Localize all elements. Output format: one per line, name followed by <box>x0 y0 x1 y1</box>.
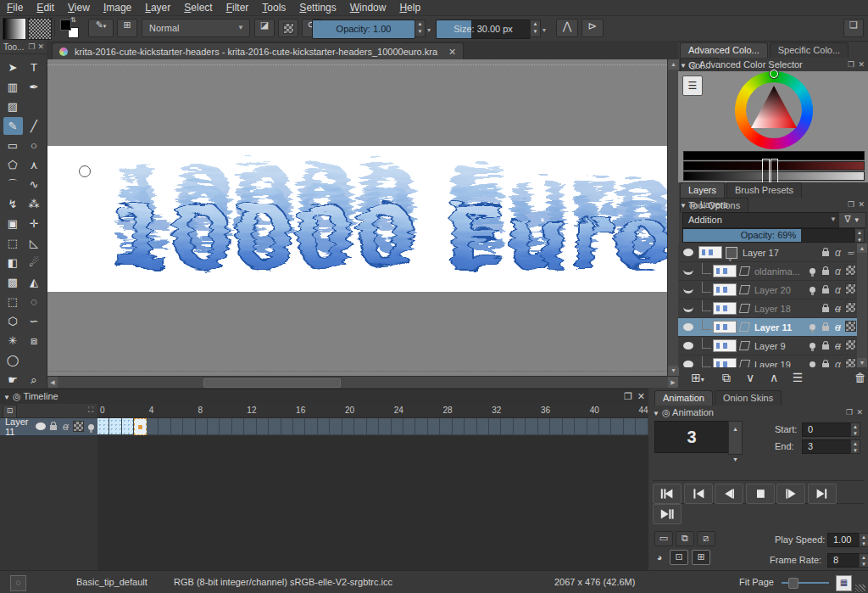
start-frame-input[interactable]: 0 <box>802 422 853 437</box>
timeline-frame[interactable] <box>477 418 489 435</box>
onion-skin-icon[interactable] <box>806 360 819 367</box>
scroll-up-icon[interactable]: ▲ <box>857 243 867 253</box>
timeline-frame[interactable] <box>354 418 366 435</box>
close-icon[interactable]: ✕ <box>37 41 44 53</box>
brush-preset-status-button[interactable]: ◌ <box>10 575 26 591</box>
timeline-frame[interactable] <box>415 418 427 435</box>
timeline-frame[interactable] <box>403 418 415 435</box>
color-selector-settings-button[interactable]: ☰ <box>682 76 703 96</box>
lock-icon[interactable] <box>819 304 832 314</box>
tab-layers[interactable]: Layers <box>680 182 725 198</box>
move-tool[interactable]: ✛ <box>25 215 44 232</box>
timeline-frame[interactable] <box>257 418 269 435</box>
tab-brush-presets[interactable]: Brush Presets <box>726 182 802 198</box>
frame-rate-spin[interactable]: ▲▼ <box>859 553 868 568</box>
timeline-frame[interactable] <box>599 418 611 435</box>
advanced-color-selector[interactable]: ☰ <box>678 71 868 182</box>
timeline-frame[interactable] <box>293 418 305 435</box>
timeline-frame[interactable] <box>269 418 281 435</box>
edit-shapes-tool[interactable]: ▥ <box>3 78 23 96</box>
freehand-path-tool[interactable]: ∿ <box>25 176 44 193</box>
assistant-tool[interactable]: ◭ <box>25 273 44 291</box>
layer-row[interactable]: Layer 17α≕ <box>678 243 857 262</box>
lock-icon[interactable] <box>819 285 832 295</box>
document-tab[interactable]: krita-2016-cute-kickstarter-headers - kr… <box>52 42 464 60</box>
gradient-swatch-button[interactable] <box>3 18 26 40</box>
next-keyframe-button[interactable] <box>808 484 837 504</box>
zoom-tool[interactable]: ⌕ <box>25 371 44 389</box>
timeline-frame[interactable] <box>550 418 562 435</box>
lock-icon[interactable] <box>819 341 832 351</box>
acs-float-icon[interactable]: ❐ <box>848 58 854 71</box>
onion-skin-icon[interactable] <box>806 266 819 276</box>
animation-float-icon[interactable]: ❐ <box>846 406 853 419</box>
alpha-lock-icon[interactable]: α <box>832 284 844 296</box>
scroll-right-icon[interactable]: ▶ <box>668 377 678 388</box>
size-spin-buttons[interactable]: ▲▼ <box>530 20 541 37</box>
current-frame-spinner[interactable]: 3 <box>654 421 729 453</box>
lock-icon[interactable] <box>819 322 832 333</box>
inherit-alpha-icon[interactable] <box>844 339 857 352</box>
timeline-frame[interactable] <box>428 418 440 435</box>
resize-grip[interactable] <box>855 585 865 592</box>
tab-animation[interactable]: Animation <box>654 390 713 406</box>
layer-visibility-toggle[interactable] <box>678 266 698 277</box>
timeline-frame[interactable] <box>330 418 342 435</box>
timeline-frame[interactable] <box>575 418 587 435</box>
menu-window[interactable]: Window <box>343 0 393 15</box>
scroll-down-icon[interactable]: ▼ <box>857 358 867 367</box>
float-icon[interactable]: ❐ <box>28 41 35 53</box>
opacity-options-caret[interactable]: ▾ <box>427 26 431 34</box>
timeline-frame[interactable] <box>440 418 452 435</box>
freehand-brush-tool[interactable]: ✎ <box>3 117 23 135</box>
menu-layer[interactable]: Layer <box>138 0 177 15</box>
alpha-lock-icon[interactable]: α <box>832 340 844 352</box>
select-shapes-tool[interactable]: ➤ <box>3 59 23 76</box>
menu-tools[interactable]: Tools <box>255 0 292 15</box>
pattern-swatch-button[interactable] <box>28 18 52 40</box>
canvas-horizontal-scrollbar[interactable]: ◀ ▶ <box>47 376 678 388</box>
menu-select[interactable]: Select <box>177 0 219 15</box>
pattern-edit-tool[interactable]: ▨ <box>3 98 23 115</box>
timeline-body[interactable] <box>97 436 648 571</box>
play-button[interactable] <box>776 484 805 504</box>
timeline-frame[interactable] <box>318 418 330 435</box>
timeline-frame[interactable] <box>281 418 293 435</box>
text-tool[interactable]: T <box>25 59 44 76</box>
previous-keyframe-button[interactable] <box>684 484 713 504</box>
layers-float-icon[interactable]: ❐ <box>848 198 854 211</box>
polygon-select-tool[interactable]: ⬡ <box>3 312 23 330</box>
eraser-mode-button[interactable]: ◪ <box>254 19 275 37</box>
timeline-ruler[interactable]: 048121620242832364044 <box>97 404 648 418</box>
outline-select-tool[interactable]: ◯ <box>3 351 23 369</box>
play-speed-spin[interactable]: ▲▼ <box>859 533 868 547</box>
rect-select-tool[interactable]: ⬚ <box>3 293 23 310</box>
timeline-frame[interactable] <box>367 418 379 435</box>
move-layer-down-button[interactable]: ∨ <box>741 369 760 386</box>
timeline-frame[interactable] <box>208 418 220 435</box>
animation-close-icon[interactable]: ✕ <box>856 406 863 419</box>
wrap-around-button[interactable]: ⊳ <box>581 19 604 37</box>
layer-row[interactable]: Layer 20α <box>678 281 857 299</box>
lock-icon[interactable] <box>819 266 832 277</box>
transform-tool[interactable]: ⬚ <box>3 234 23 252</box>
line-tool[interactable]: ╱ <box>25 117 44 135</box>
frame-rate-input[interactable]: 8 <box>827 553 861 568</box>
lock-icon[interactable] <box>819 360 832 368</box>
brush-editor-button[interactable]: ✎▾ <box>88 19 114 37</box>
collapse-icon[interactable]: ▼ <box>680 62 687 70</box>
play-speed-input[interactable]: 1.00 <box>827 533 861 547</box>
layer-visibility-toggle[interactable] <box>678 322 698 333</box>
fill-tool[interactable]: ◧ <box>3 254 23 271</box>
gradient-bar-handle[interactable] <box>762 159 770 183</box>
timeline-frame[interactable] <box>305 418 317 435</box>
empty-frame-icon-button[interactable]: ▭ <box>654 531 673 546</box>
gradient-bar-handle-2[interactable] <box>771 159 778 183</box>
pan-tool[interactable]: ☛ <box>3 371 23 389</box>
previous-frame-button[interactable] <box>715 484 743 504</box>
tab-advanced-color-selector[interactable]: Advanced Colo... <box>680 42 768 58</box>
timeline-frame[interactable] <box>465 418 476 435</box>
lock-icon[interactable] <box>47 422 59 432</box>
scroll-up-icon[interactable]: ▲ <box>668 59 679 70</box>
menu-filter[interactable]: Filter <box>220 0 256 15</box>
